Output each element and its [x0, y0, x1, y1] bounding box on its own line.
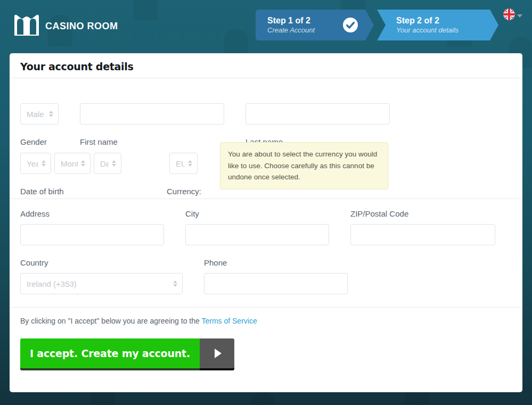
address-input[interactable] [20, 224, 164, 245]
city-input[interactable] [185, 224, 329, 245]
phone-input[interactable] [204, 273, 348, 294]
select-arrows-icon [49, 111, 53, 117]
select-arrows-icon [42, 160, 46, 167]
dob-year-value: Year [27, 159, 38, 168]
country-select[interactable]: Ireland (+353) [20, 273, 183, 294]
step-1[interactable]: Step 1 of 2 Create Account [256, 10, 374, 40]
zip-input[interactable] [350, 224, 495, 245]
accept-create-account-button[interactable]: I accept. Create my account. [20, 338, 200, 368]
gender-select[interactable]: Male [20, 103, 59, 125]
language-selector[interactable] [503, 9, 522, 22]
first-name-label: First name [80, 137, 118, 146]
step-1-completed-check-icon [343, 18, 358, 32]
submit-button-group: I accept. Create my account. [20, 338, 234, 368]
step-2-title: Step 2 of 2 [396, 15, 498, 26]
currency-label: Currency: [167, 187, 201, 196]
step-2[interactable]: Step 2 of 2 Your account details [377, 10, 498, 40]
bg-arch-pattern [250, 391, 275, 405]
country-select-value: Ireland (+353) [27, 279, 77, 288]
gender-select-value: Male [27, 110, 44, 119]
zip-label: ZIP/Postal Code [350, 209, 408, 218]
phone-label: Phone [204, 258, 227, 267]
currency-warning-note: You are about to select the currency you… [220, 142, 388, 189]
step-2-subtitle: Your account details [396, 26, 498, 35]
arrow-right-icon [215, 349, 222, 358]
divider [10, 78, 522, 78]
account-details-card: Your account details Gender First name L… [10, 53, 522, 392]
select-arrows-icon [188, 160, 192, 167]
select-arrows-icon [81, 160, 85, 167]
city-label: City [185, 209, 199, 218]
gender-label: Gender [20, 137, 47, 146]
currency-select[interactable]: EUR [169, 153, 198, 174]
first-name-input[interactable] [80, 103, 224, 125]
select-arrows-icon [173, 280, 177, 287]
last-name-input[interactable] [245, 103, 390, 125]
casino-room-logo-icon [13, 13, 40, 36]
submit-arrow-button[interactable] [200, 338, 234, 368]
country-label: Country [20, 258, 48, 267]
page-title: Your account details [20, 61, 133, 72]
dob-month-select[interactable]: Month [54, 153, 91, 174]
terms-text: By clicking on "I accept" below you are … [20, 317, 201, 325]
brand-name: CASINO ROOM [45, 21, 118, 32]
chevron-down-icon [517, 14, 522, 18]
terms-of-service-link[interactable]: Terms of Service [201, 317, 257, 325]
step-1-title: Step 1 of 2 [267, 15, 374, 26]
select-arrows-icon [112, 160, 116, 167]
dob-month-value: Month [61, 159, 78, 168]
uk-flag-icon [503, 9, 515, 22]
divider [10, 307, 522, 308]
casino-room-logo[interactable]: CASINO ROOM [13, 13, 118, 36]
dob-day-select[interactable]: Day [94, 153, 121, 174]
terms-agreement-text: By clicking on "I accept" below you are … [20, 317, 257, 325]
currency-select-value: EUR [176, 159, 185, 168]
dob-label: Date of birth [20, 187, 64, 196]
top-header: CASINO ROOM Step 1 of 2 Create Account S… [0, 0, 532, 53]
dob-year-select[interactable]: Year [20, 153, 51, 174]
dob-day-value: Day [100, 159, 109, 168]
step-1-subtitle: Create Account [267, 26, 374, 35]
divider [10, 199, 522, 199]
address-label: Address [20, 209, 50, 218]
